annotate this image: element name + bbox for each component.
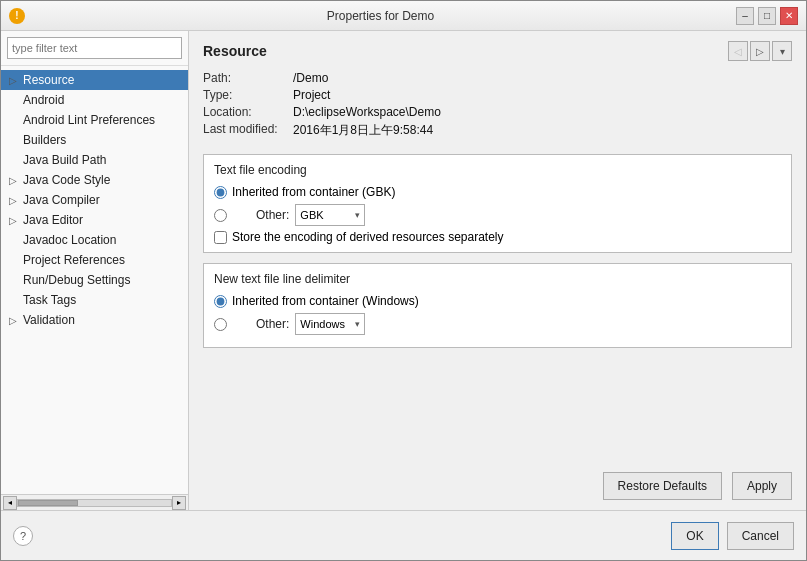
expander-run-debug bbox=[9, 275, 21, 286]
delimiter-inherited-label: Inherited from container (Windows) bbox=[232, 294, 419, 308]
encoding-other-radio[interactable] bbox=[214, 209, 227, 222]
info-row-location: Location: D:\eclipseWorkspace\Demo bbox=[203, 105, 792, 119]
right-panel: Resource ◁ ▷ ▾ Path: /Demo Type: Project bbox=[189, 31, 806, 510]
expander-java-code-style: ▷ bbox=[9, 175, 21, 186]
tree-area: ▷ Resource Android Android Lint Preferen… bbox=[1, 66, 188, 494]
app-icon: ! bbox=[9, 8, 25, 24]
encoding-other-label: Other: bbox=[256, 208, 289, 222]
nav-dropdown-button[interactable]: ▾ bbox=[772, 41, 792, 61]
footer-left: ? bbox=[13, 526, 33, 546]
tree-item-label-java-compiler: Java Compiler bbox=[23, 193, 100, 207]
encoding-inherited-row: Inherited from container (GBK) bbox=[214, 185, 781, 199]
nav-forward-button[interactable]: ▷ bbox=[750, 41, 770, 61]
delimiter-other-radio[interactable] bbox=[214, 318, 227, 331]
delimiter-inherited-row: Inherited from container (Windows) bbox=[214, 294, 781, 308]
tree-item-builders[interactable]: Builders bbox=[1, 130, 188, 150]
info-row-type: Type: Project bbox=[203, 88, 792, 102]
restore-apply-row: Restore Defaults Apply bbox=[203, 412, 792, 500]
right-panel-title: Resource bbox=[203, 43, 267, 59]
tree-item-java-compiler[interactable]: ▷ Java Compiler bbox=[1, 190, 188, 210]
info-row-path: Path: /Demo bbox=[203, 71, 792, 85]
tree-item-javadoc-location[interactable]: Javadoc Location bbox=[1, 230, 188, 250]
delimiter-combo-value: Windows bbox=[300, 318, 345, 330]
navigation-icons: ◁ ▷ ▾ bbox=[728, 41, 792, 61]
derived-encoding-checkbox[interactable] bbox=[214, 231, 227, 244]
left-panel: ▷ Resource Android Android Lint Preferen… bbox=[1, 31, 189, 510]
tree-item-label-android-lint: Android Lint Preferences bbox=[23, 113, 155, 127]
expander-task-tags bbox=[9, 295, 21, 306]
help-icon-symbol: ? bbox=[20, 530, 26, 542]
tree-item-java-build-path[interactable]: Java Build Path bbox=[1, 150, 188, 170]
tree-item-java-editor[interactable]: ▷ Java Editor bbox=[1, 210, 188, 230]
encoding-inherited-label: Inherited from container (GBK) bbox=[232, 185, 395, 199]
derived-encoding-label: Store the encoding of derived resources … bbox=[232, 230, 504, 244]
text-encoding-section: Text file encoding Inherited from contai… bbox=[203, 154, 792, 253]
dialog-body: ▷ Resource Android Android Lint Preferen… bbox=[1, 31, 806, 510]
dialog-title: Properties for Demo bbox=[25, 9, 736, 23]
title-bar: ! Properties for Demo – □ ✕ bbox=[1, 1, 806, 31]
tree-item-label-android: Android bbox=[23, 93, 64, 107]
tree-item-run-debug[interactable]: Run/Debug Settings bbox=[1, 270, 188, 290]
cancel-button[interactable]: Cancel bbox=[727, 522, 794, 550]
ok-button[interactable]: OK bbox=[671, 522, 718, 550]
tree-item-label-run-debug: Run/Debug Settings bbox=[23, 273, 130, 287]
tree-item-label-resource: Resource bbox=[23, 73, 74, 87]
type-value: Project bbox=[293, 88, 330, 102]
scrollbar-thumb[interactable] bbox=[18, 500, 78, 506]
expander-java-compiler: ▷ bbox=[9, 195, 21, 206]
tree-item-resource[interactable]: ▷ Resource bbox=[1, 70, 188, 90]
line-delimiter-section: New text file line delimiter Inherited f… bbox=[203, 263, 792, 348]
delimiter-combo[interactable]: Windows ▾ bbox=[295, 313, 365, 335]
path-value: /Demo bbox=[293, 71, 328, 85]
location-label: Location: bbox=[203, 105, 293, 119]
dialog-footer: ? OK Cancel bbox=[1, 510, 806, 560]
apply-button[interactable]: Apply bbox=[732, 472, 792, 500]
restore-defaults-button[interactable]: Restore Defaults bbox=[603, 472, 722, 500]
last-modified-value: 2016年1月8日上午9:58:44 bbox=[293, 122, 433, 139]
maximize-button[interactable]: □ bbox=[758, 7, 776, 25]
close-button[interactable]: ✕ bbox=[780, 7, 798, 25]
tree-item-label-javadoc-location: Javadoc Location bbox=[23, 233, 116, 247]
window-controls: – □ ✕ bbox=[736, 7, 798, 25]
encoding-other-row: Other: GBK ▾ bbox=[214, 204, 781, 226]
derived-encoding-row: Store the encoding of derived resources … bbox=[214, 230, 781, 244]
info-row-last-modified: Last modified: 2016年1月8日上午9:58:44 bbox=[203, 122, 792, 139]
horizontal-scrollbar[interactable]: ◂ ▸ bbox=[1, 494, 188, 510]
encoding-combo[interactable]: GBK ▾ bbox=[295, 204, 365, 226]
scroll-left-button[interactable]: ◂ bbox=[3, 496, 17, 510]
tree-item-validation[interactable]: ▷ Validation bbox=[1, 310, 188, 330]
scrollbar-track[interactable] bbox=[17, 499, 172, 507]
tree-item-android-lint[interactable]: Android Lint Preferences bbox=[1, 110, 188, 130]
expander-project-references bbox=[9, 255, 21, 266]
expander-resource: ▷ bbox=[9, 75, 21, 86]
dialog-window: ! Properties for Demo – □ ✕ ▷ Resource bbox=[0, 0, 807, 561]
help-button[interactable]: ? bbox=[13, 526, 33, 546]
nav-back-button[interactable]: ◁ bbox=[728, 41, 748, 61]
type-label: Type: bbox=[203, 88, 293, 102]
filter-input[interactable] bbox=[7, 37, 182, 59]
minimize-button[interactable]: – bbox=[736, 7, 754, 25]
tree-item-java-code-style[interactable]: ▷ Java Code Style bbox=[1, 170, 188, 190]
tree-item-project-references[interactable]: Project References bbox=[1, 250, 188, 270]
text-encoding-title: Text file encoding bbox=[214, 163, 781, 177]
encoding-inherited-radio[interactable] bbox=[214, 186, 227, 199]
delimiter-combo-arrow: ▾ bbox=[355, 319, 360, 329]
footer-right: OK Cancel bbox=[671, 522, 794, 550]
last-modified-label: Last modified: bbox=[203, 122, 293, 139]
location-value: D:\eclipseWorkspace\Demo bbox=[293, 105, 441, 119]
delimiter-other-label: Other: bbox=[256, 317, 289, 331]
tree-item-android[interactable]: Android bbox=[1, 90, 188, 110]
delimiter-other-row: Other: Windows ▾ bbox=[214, 313, 781, 335]
path-label: Path: bbox=[203, 71, 293, 85]
tree-item-label-task-tags: Task Tags bbox=[23, 293, 76, 307]
tree-item-task-tags[interactable]: Task Tags bbox=[1, 290, 188, 310]
encoding-combo-arrow: ▾ bbox=[355, 210, 360, 220]
line-delimiter-title: New text file line delimiter bbox=[214, 272, 781, 286]
tree-item-label-java-build-path: Java Build Path bbox=[23, 153, 106, 167]
title-bar-left: ! bbox=[9, 8, 25, 24]
info-table: Path: /Demo Type: Project Location: D:\e… bbox=[203, 71, 792, 142]
delimiter-inherited-radio[interactable] bbox=[214, 295, 227, 308]
scroll-right-button[interactable]: ▸ bbox=[172, 496, 186, 510]
filter-wrap bbox=[1, 31, 188, 66]
tree-item-label-java-code-style: Java Code Style bbox=[23, 173, 110, 187]
